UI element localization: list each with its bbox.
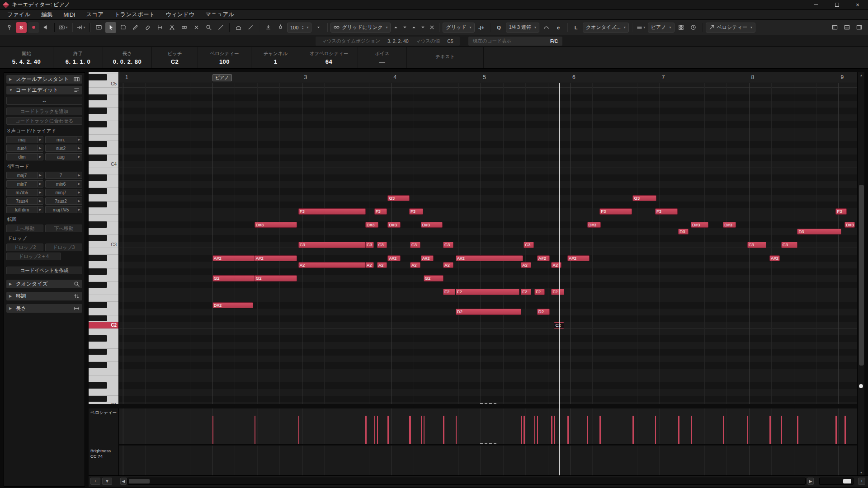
chord-button[interactable]: sus4: [6, 145, 37, 152]
chord-options-arrow-icon[interactable]: ▶: [76, 180, 82, 188]
info-field-channel[interactable]: チャンネル1: [251, 47, 300, 68]
chord-button[interactable]: 7: [45, 172, 76, 179]
black-key[interactable]: [89, 174, 118, 181]
close-button[interactable]: ×: [847, 0, 868, 9]
chord-options-arrow-icon[interactable]: ▶: [37, 172, 43, 179]
time-display-button[interactable]: [688, 22, 699, 33]
velocity-stem[interactable]: [410, 416, 411, 444]
velocity-stem[interactable]: [374, 416, 376, 444]
velocity-stem[interactable]: [365, 416, 367, 444]
midi-note[interactable]: A2: [521, 262, 531, 268]
chord-button[interactable]: sus2: [45, 145, 76, 152]
chord-button[interactable]: full dim: [6, 206, 37, 213]
black-key[interactable]: [89, 108, 118, 114]
white-key[interactable]: [89, 342, 118, 349]
menu-midi[interactable]: MIDI: [58, 10, 80, 19]
horizontal-zoom-slider[interactable]: [819, 478, 854, 485]
velocity-stem[interactable]: [212, 416, 214, 444]
snap-off-button[interactable]: [428, 23, 436, 32]
acoustic-feedback-button[interactable]: [40, 22, 51, 33]
velocity-stem[interactable]: [456, 416, 457, 444]
event-colors-dropdown[interactable]: ピアノ▾: [648, 23, 675, 33]
lane-resize-handle[interactable]: [480, 443, 496, 444]
velocity-stem[interactable]: [599, 416, 601, 444]
white-key[interactable]: [89, 114, 118, 121]
chord-button[interactable]: aug: [45, 153, 76, 160]
horizontal-scrollbar[interactable]: [127, 478, 806, 485]
velocity-stem[interactable]: [723, 416, 724, 444]
midi-note[interactable]: C3: [781, 242, 798, 248]
media-bay-button[interactable]: [93, 22, 104, 33]
midi-note[interactable]: C3: [377, 242, 387, 248]
chord-options-arrow-icon[interactable]: ▶: [76, 206, 82, 213]
white-key[interactable]: [89, 288, 118, 295]
zoom-thumb[interactable]: [843, 479, 851, 483]
midi-note[interactable]: F3: [655, 208, 678, 215]
chord-options-arrow-icon[interactable]: ▶: [37, 180, 43, 188]
midi-note[interactable]: G2: [255, 275, 297, 282]
menu-manual[interactable]: マニュアル: [200, 10, 240, 19]
midi-note[interactable]: D#3: [844, 222, 855, 228]
white-key[interactable]: [89, 168, 118, 175]
midi-note[interactable]: D#2: [212, 302, 253, 309]
midi-note[interactable]: C3: [365, 242, 374, 248]
cc-lane-label[interactable]: Brightness: [90, 448, 111, 453]
chord-button[interactable]: min6: [45, 180, 76, 188]
chord-options-arrow-icon[interactable]: ▶: [76, 172, 82, 179]
midi-note[interactable]: F3: [599, 208, 632, 215]
chord-options-arrow-icon[interactable]: ▶: [76, 153, 82, 160]
white-key[interactable]: [89, 215, 118, 221]
velocity-stem[interactable]: [747, 416, 749, 444]
curve-tool-button[interactable]: [245, 22, 256, 33]
midi-note[interactable]: C3: [410, 242, 420, 248]
velocity-lane[interactable]: [119, 408, 857, 445]
autoscroll-button[interactable]: ▾: [75, 22, 86, 33]
midi-note[interactable]: G3: [632, 195, 656, 202]
drop-2-4-button[interactable]: ドロップ2 + 4: [6, 253, 61, 260]
follow-chord-track-button[interactable]: コードトラックに合わせる: [6, 117, 82, 125]
white-key[interactable]: [89, 101, 118, 108]
velocity-stem[interactable]: [255, 416, 256, 444]
chord-button[interactable]: maj7/#5: [45, 206, 76, 213]
chord-button[interactable]: min7: [6, 180, 37, 188]
info-field-pitch[interactable]: ピッチC2: [152, 47, 198, 68]
step-input-button[interactable]: [263, 22, 274, 33]
white-key[interactable]: [89, 135, 118, 141]
pin-button[interactable]: [4, 22, 14, 33]
scroll-right-button[interactable]: ▶: [807, 478, 814, 485]
black-key[interactable]: [89, 335, 118, 342]
velocity-stem[interactable]: [797, 416, 798, 444]
part-name-tag[interactable]: ピアノ: [212, 74, 232, 81]
velocity-stem[interactable]: [567, 416, 569, 444]
white-key[interactable]: [89, 328, 118, 335]
minimize-button[interactable]: [806, 0, 826, 9]
erase-tool[interactable]: [142, 22, 153, 33]
info-field-velocity[interactable]: ベロシティー100: [198, 47, 251, 68]
white-key[interactable]: [89, 249, 118, 255]
midi-note[interactable]: C3: [524, 242, 534, 248]
white-key[interactable]: C3: [89, 242, 118, 249]
velocity-stem[interactable]: [443, 416, 444, 444]
velocity-stem[interactable]: [534, 416, 536, 444]
velocity-stem[interactable]: [298, 416, 300, 444]
white-key[interactable]: [89, 275, 118, 282]
midi-note[interactable]: C3: [298, 242, 366, 248]
mute-tool[interactable]: [191, 22, 202, 33]
midi-input-button[interactable]: [275, 22, 286, 33]
midi-note[interactable]: D3: [678, 229, 689, 235]
midi-note[interactable]: A#2: [387, 255, 401, 262]
white-key[interactable]: [89, 228, 118, 235]
midi-note[interactable]: A2: [298, 262, 366, 268]
length-quantize-icon-button[interactable]: L: [571, 22, 581, 33]
velocity-stem[interactable]: [387, 416, 389, 444]
black-key[interactable]: [89, 302, 118, 309]
black-key[interactable]: [89, 282, 118, 289]
chord-button[interactable]: min.: [45, 136, 76, 143]
chord-options-arrow-icon[interactable]: ▶: [37, 145, 43, 152]
cc-lane-number[interactable]: CC 74: [90, 454, 103, 459]
midi-note[interactable]: F2: [443, 289, 455, 295]
velocity-stem[interactable]: [844, 416, 846, 444]
quantize-icon-button[interactable]: Q: [494, 22, 505, 33]
white-key[interactable]: [89, 181, 118, 188]
cc74-lane[interactable]: [119, 446, 857, 475]
